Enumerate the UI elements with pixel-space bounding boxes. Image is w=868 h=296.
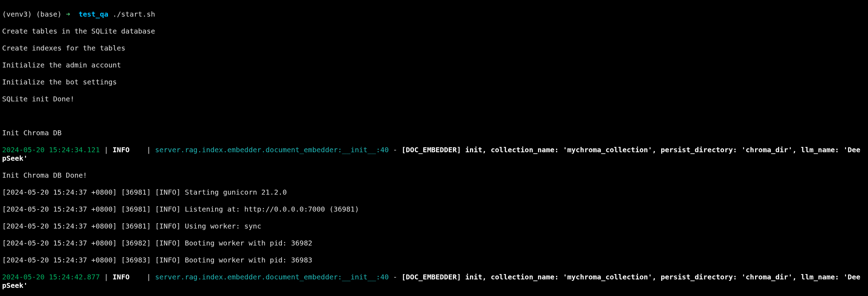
log-colon: : (376, 273, 380, 281)
log-colon: : (376, 146, 380, 154)
prompt-env: (venv3) (base) (2, 10, 66, 18)
output-line: Initialize the bot settings (2, 78, 862, 86)
log-logger-name: server.rag.index.embedder.document_embed… (155, 146, 338, 154)
output-line: [2024-05-20 15:24:37 +0800] [36982] [INF… (2, 239, 862, 247)
log-function: __init__ (342, 146, 376, 154)
log-separator: | (100, 146, 113, 154)
log-timestamp: 2024-05-20 15:24:42.877 (2, 273, 100, 281)
log-level: INFO (113, 273, 129, 281)
output-line: [2024-05-20 15:24:37 +0800] [36981] [INF… (2, 188, 862, 196)
log-separator: | (129, 146, 155, 154)
log-dash: - (389, 273, 402, 281)
log-entry: 2024-05-20 15:24:34.121 | INFO | server.… (2, 146, 862, 162)
output-line: SQLite init Done! (2, 95, 862, 103)
output-line: [2024-05-20 15:24:37 +0800] [36981] [INF… (2, 205, 862, 213)
output-line: Create indexes for the tables (2, 44, 862, 52)
log-lineno: 40 (380, 146, 389, 154)
log-colon: : (338, 146, 342, 154)
log-timestamp: 2024-05-20 15:24:34.121 (2, 146, 100, 154)
log-entry: 2024-05-20 15:24:42.877 | INFO | server.… (2, 273, 862, 290)
log-logger-name: server.rag.index.embedder.document_embed… (155, 273, 338, 281)
output-line: [2024-05-20 15:24:37 +0800] [36981] [INF… (2, 222, 862, 230)
prompt-line: (venv3) (base) ➜ test_qa ./start.sh (2, 10, 862, 18)
output-line: Init Chroma DB Done! (2, 171, 862, 179)
log-lineno: 40 (380, 273, 389, 281)
output-line: Init Chroma DB (2, 129, 862, 137)
log-level: INFO (113, 146, 129, 154)
output-line: Initialize the admin account (2, 61, 862, 69)
prompt-directory: test_qa (79, 10, 108, 18)
prompt-command: ./start.sh (108, 10, 155, 18)
terminal-output[interactable]: (venv3) (base) ➜ test_qa ./start.sh Crea… (0, 0, 864, 296)
log-separator: | (100, 273, 113, 281)
log-dash: - (389, 146, 402, 154)
prompt-arrow-icon: ➜ (66, 10, 79, 18)
output-line: [2024-05-20 15:24:37 +0800] [36983] [INF… (2, 256, 862, 264)
log-function: __init__ (342, 273, 376, 281)
output-line: Create tables in the SQLite database (2, 27, 862, 35)
log-separator: | (129, 273, 155, 281)
log-colon: : (338, 273, 342, 281)
